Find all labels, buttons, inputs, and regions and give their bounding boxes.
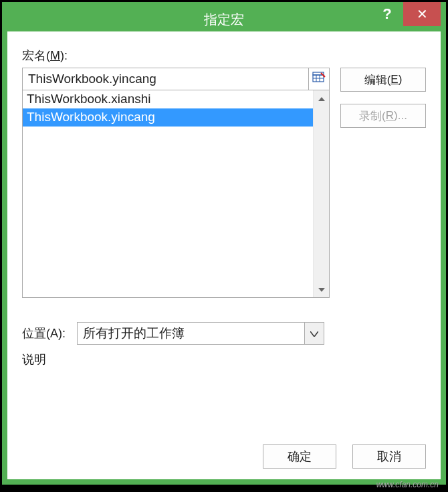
edit-button[interactable]: 编辑(E) (340, 68, 426, 92)
macro-list[interactable]: ThisWorkbook.xianshi ThisWorkbook.yincan… (22, 90, 330, 298)
watermark: www.cfan.com.cn (376, 480, 439, 489)
macro-name-input[interactable] (22, 68, 308, 90)
location-value: 所有打开的工作簿 (77, 322, 304, 345)
chevron-up-icon (318, 95, 325, 102)
description-label: 说明 (22, 351, 426, 367)
scroll-down-button[interactable] (314, 281, 329, 297)
spreadsheet-ref-icon (312, 71, 326, 87)
macro-list-item[interactable]: ThisWorkbook.xianshi (23, 90, 313, 108)
macro-name-label: 宏名(M): (22, 48, 426, 64)
cancel-button[interactable]: 取消 (352, 444, 426, 469)
location-dropdown-button[interactable] (304, 322, 324, 345)
close-button[interactable]: ✕ (403, 2, 441, 26)
help-button[interactable]: ? (371, 2, 403, 26)
location-label: 位置(A): (22, 325, 77, 341)
collapse-dialog-button[interactable] (308, 68, 330, 90)
scroll-up-button[interactable] (314, 90, 329, 106)
assign-macro-dialog: 指定宏 ? ✕ 宏名(M): (2, 2, 446, 485)
chevron-down-icon (310, 327, 318, 339)
location-select[interactable]: 所有打开的工作簿 (77, 322, 324, 345)
titlebar: 指定宏 ? ✕ (7, 7, 441, 31)
ok-button[interactable]: 确定 (263, 444, 336, 469)
dialog-title: 指定宏 (204, 11, 244, 29)
chevron-down-icon (318, 286, 325, 293)
record-button: 录制(R)... (340, 104, 426, 128)
macro-list-item[interactable]: ThisWorkbook.yincang (23, 108, 313, 127)
scrollbar[interactable] (313, 90, 329, 297)
